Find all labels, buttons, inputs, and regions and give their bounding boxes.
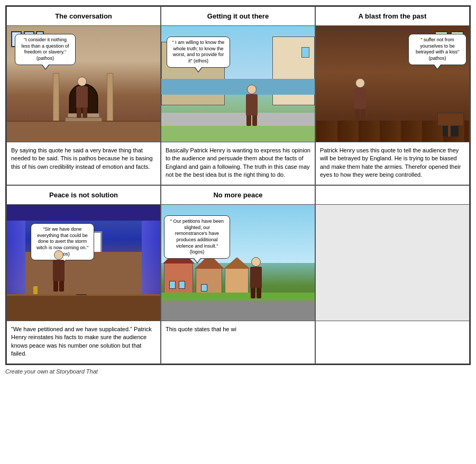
footer: Create your own at Storyboard That xyxy=(5,368,471,375)
cell-4-image: "Sir we have done everything that could … xyxy=(7,205,160,321)
cell-3-character xyxy=(354,78,366,120)
cell-5-text: This quote states that he wi xyxy=(161,321,315,363)
cell-6-image xyxy=(316,205,469,321)
cell-1-text: By saying this quote he said a very brav… xyxy=(7,142,160,185)
cell-4: Peace is not solution "Si xyxy=(6,185,161,364)
cell-2-bubble: " I am willing to know the whole truth; … xyxy=(167,37,230,68)
cell-1-image: "I consider it nothing less than a quest… xyxy=(7,26,160,142)
cell-3-header: A blast from the past xyxy=(316,7,469,26)
storyboard-grid: The conversation xyxy=(5,5,471,365)
cell-1-header: The conversation xyxy=(7,7,160,26)
cell-3: A blast from the past xyxy=(315,6,470,185)
cell-4-text: "We have petitioned and we have supplica… xyxy=(7,321,160,363)
cell-5: No more peace xyxy=(161,185,315,364)
cell-1: The conversation xyxy=(6,6,161,185)
cell-2-header: Getting it out there xyxy=(161,7,315,26)
cell-5-image: " Our petitions have been slighted; our … xyxy=(161,205,315,321)
cell-6-header xyxy=(316,186,469,205)
cell-2-image: " I am willing to know the whole truth; … xyxy=(161,26,315,142)
cell-2: Getting it out there xyxy=(161,6,315,185)
cell-4-header: Peace is not solution xyxy=(7,186,160,205)
cell-2-text: Basically Patrick Henry is wanting to ex… xyxy=(161,142,315,185)
cell-5-character xyxy=(250,257,262,298)
cell-5-bubble: " Our petitions have been slighted; our … xyxy=(164,215,230,259)
cell-1-bubble: "I consider it nothing less than a quest… xyxy=(15,34,76,65)
cell-6-text xyxy=(316,321,469,363)
cell-3-text: Patrick Henry uses this quote to tell th… xyxy=(316,142,469,185)
cell-3-bubble: " suffer not from yourselves to be betra… xyxy=(408,34,466,65)
cell-2-character xyxy=(246,85,258,126)
cell-4-character xyxy=(53,250,65,292)
cell-6 xyxy=(315,185,470,364)
cell-3-image: " suffer not from yourselves to be betra… xyxy=(316,26,469,142)
cell-1-character xyxy=(76,77,88,118)
cell-5-header: No more peace xyxy=(161,186,315,205)
